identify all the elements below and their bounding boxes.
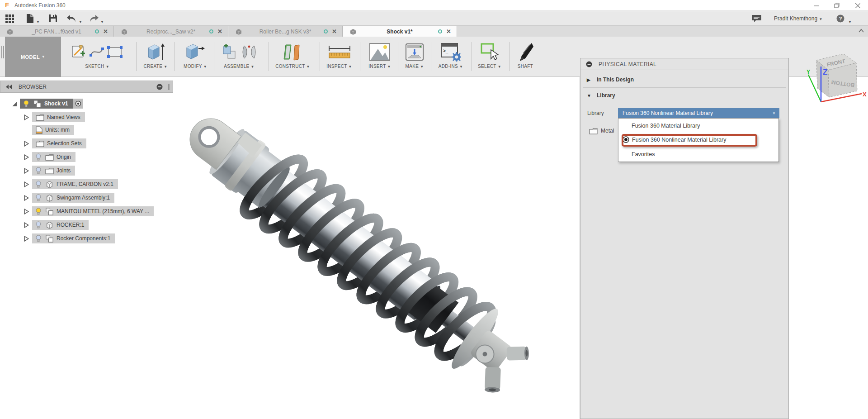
tree-item-selection-sets[interactable]: Selection Sets — [24, 138, 86, 148]
visibility-bulb-icon[interactable] — [24, 100, 29, 107]
library-select[interactable]: Fusion 360 Nonlinear Material Library ▼ — [618, 108, 779, 118]
restore-button[interactable] — [826, 0, 847, 11]
save-icon[interactable] — [49, 14, 57, 23]
tree-item-rocker[interactable]: ROCKER:1 — [24, 220, 89, 230]
library-option-favorites[interactable]: Favorites — [618, 147, 778, 161]
ribbon-group-construct[interactable]: CONSTRUCT ▼ — [271, 37, 314, 77]
ribbon-group-select[interactable]: SELECT ▼ — [474, 37, 505, 77]
collapsed-arrow-icon[interactable] — [24, 168, 29, 174]
expanded-arrow-icon[interactable] — [11, 101, 17, 107]
tab-close-icon[interactable]: ✕ — [332, 28, 337, 35]
help-caret[interactable]: ▼ — [848, 17, 852, 25]
visibility-bulb-icon[interactable] — [36, 167, 41, 174]
visibility-bulb-icon[interactable] — [36, 221, 41, 229]
joint-icon[interactable] — [241, 43, 257, 61]
new-component-icon[interactable] — [222, 43, 239, 61]
app-grid-icon[interactable] — [5, 14, 15, 24]
sketch-icons[interactable] — [66, 37, 129, 63]
file-menu-icon[interactable] — [26, 14, 34, 24]
ribbon-group-assemble[interactable]: ASSEMBLE ▼ — [218, 37, 260, 77]
visibility-bulb-icon[interactable] — [36, 194, 41, 201]
tree-item-named-views[interactable]: Named Views — [24, 112, 85, 122]
ribbon-group-inspect[interactable]: INSPECT ▼ — [322, 37, 356, 77]
collapsed-arrow-icon[interactable] — [24, 222, 29, 228]
tree-item-origin[interactable]: Origin — [24, 152, 75, 162]
doc-tab-reciproc-saw[interactable]: Reciproc..._Saw v2* ✕ — [114, 26, 228, 37]
3d-print-icon[interactable] — [405, 43, 425, 62]
feedback-icon[interactable] — [751, 14, 762, 23]
user-name[interactable]: Pradit Khemthong ▼ — [774, 15, 822, 22]
shaft-icon[interactable] — [516, 42, 534, 62]
visibility-bulb-icon[interactable] — [36, 208, 41, 215]
tab-close-icon[interactable]: ✕ — [446, 28, 451, 35]
rectangle-tool-icon[interactable] — [107, 46, 123, 58]
collapse-browser-icon[interactable] — [6, 85, 12, 89]
collapsed-arrow-icon[interactable] — [24, 181, 29, 187]
ribbon-group-sketch[interactable]: SKETCH ▼ — [66, 37, 129, 77]
section-in-this-design[interactable]: ▶ In This Design — [580, 72, 788, 87]
tree-item-units[interactable]: Units: mm — [32, 125, 74, 135]
redo-icon[interactable] — [89, 14, 99, 23]
viewcube[interactable]: FRONT BOTTOM Y Z X — [799, 47, 868, 107]
visibility-bulb-icon[interactable] — [36, 181, 41, 188]
collapsed-arrow-icon[interactable] — [24, 114, 29, 120]
body-icon — [45, 194, 54, 202]
tree-item-manitou[interactable]: MANITOU METEL (215mm), 6 WAY ... — [24, 206, 154, 216]
ribbon-group-create[interactable]: CREATE ▼ — [140, 37, 171, 77]
library-option-material-library[interactable]: Fusion 360 Material Library — [618, 119, 778, 133]
section-collapsed-arrow-icon[interactable]: ▶ — [587, 77, 594, 82]
tab-close-icon[interactable]: ✕ — [103, 28, 108, 35]
undo-icon[interactable] — [66, 14, 77, 23]
doc-tab-pc-fan[interactable]: _PC FAN....f9aed v1 ✕ — [0, 26, 114, 37]
ribbon-grip[interactable] — [1, 46, 4, 58]
collapsed-arrow-icon[interactable] — [24, 195, 29, 201]
tab-close-icon[interactable]: ✕ — [217, 28, 222, 35]
insert-image-icon[interactable] — [369, 43, 391, 62]
title-bar: F Autodesk Fusion 360 — [0, 0, 868, 11]
tree-item-frame-carbon[interactable]: FRAME, CARBON v2:1 — [24, 179, 118, 189]
collapsed-arrow-icon[interactable] — [24, 236, 29, 242]
ribbon-group-shaft[interactable]: SHAFT — [512, 37, 539, 77]
measure-icon[interactable] — [327, 44, 352, 60]
scripts-addins-icon[interactable]: >_ — [440, 43, 461, 62]
section-library[interactable]: ▼ Library — [580, 88, 788, 103]
close-button[interactable] — [847, 0, 868, 11]
visibility-bulb-icon[interactable] — [36, 153, 41, 161]
tree-item-rocker-components[interactable]: Rocker Components:1 — [24, 233, 115, 243]
material-category-metal[interactable]: Metal — [580, 125, 617, 136]
workspace-switcher[interactable]: MODEL ▼ — [5, 37, 61, 77]
activate-component-icon[interactable] — [73, 99, 83, 109]
section-expanded-arrow-icon[interactable]: ▼ — [587, 93, 594, 98]
redo-caret[interactable]: ▼ — [100, 17, 104, 25]
collapsed-arrow-icon[interactable] — [24, 209, 29, 214]
tree-item-swingarm[interactable]: Swingarm Assembly:1 — [24, 193, 114, 203]
ribbon-group-make[interactable]: MAKE ▼ — [400, 37, 429, 77]
tree-item-shock-v1[interactable]: Shock v1 — [11, 99, 83, 109]
browser-panel-header: BROWSER — [0, 81, 173, 93]
help-icon[interactable]: ? — [836, 14, 844, 23]
create-sketch-icon[interactable] — [71, 44, 87, 60]
press-pull-icon[interactable] — [185, 42, 206, 62]
ribbon-group-modify[interactable]: MODIFY ▼ — [179, 37, 211, 77]
ribbon-group-insert[interactable]: INSERT ▼ — [363, 37, 396, 77]
collapsed-arrow-icon[interactable] — [24, 154, 29, 160]
doc-tab-shock-active[interactable]: Shock v1* ✕ — [343, 26, 457, 37]
spline-icon[interactable] — [90, 45, 104, 59]
ribbon-group-addins[interactable]: >_ ADD-INS ▼ — [433, 37, 468, 77]
visibility-bulb-icon[interactable] — [36, 235, 41, 242]
fusion360-window: F Autodesk Fusion 360 — [0, 0, 868, 419]
collapse-ribbon-chevron-icon[interactable] — [858, 29, 864, 33]
undo-caret[interactable]: ▼ — [79, 17, 82, 25]
file-menu-caret[interactable]: ▼ — [36, 17, 40, 25]
panel-minimize-icon[interactable] — [586, 61, 592, 67]
construction-plane-icon[interactable] — [281, 42, 305, 62]
doc-tab-roller-bearing[interactable]: Roller Be...g NSK v3* ✕ — [229, 26, 343, 37]
viewport-3d-model[interactable] — [172, 81, 552, 404]
create-box-icon[interactable] — [146, 42, 165, 62]
collapsed-arrow-icon[interactable] — [24, 141, 29, 147]
select-icon[interactable] — [480, 43, 499, 62]
minimize-button[interactable] — [806, 0, 826, 11]
tree-item-joints[interactable]: Joints — [24, 166, 75, 176]
browser-resize-grip[interactable] — [168, 84, 170, 90]
browser-minimize-icon[interactable] — [156, 84, 163, 90]
